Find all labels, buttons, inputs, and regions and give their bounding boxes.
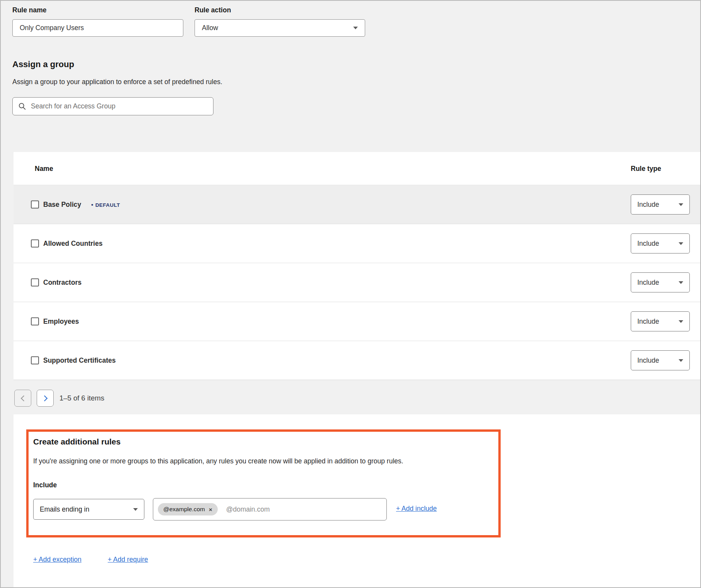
chevron-down-icon [679,281,683,284]
rule-type-value: Include [637,318,659,326]
email-domain-input[interactable] [226,498,382,520]
name-column-header: Name [35,164,53,172]
email-domain-tag: @example.com × [158,503,218,515]
rule-type-select[interactable]: Include [631,350,690,370]
assign-group-description: Assign a group to your application to en… [12,78,222,86]
row-checkbox[interactable] [31,201,39,209]
row-checkbox[interactable] [31,279,39,287]
tag-label: @example.com [163,506,205,513]
rule-type-select[interactable]: Include [631,311,690,331]
add-exception-link[interactable]: + Add exception [33,556,81,564]
search-icon [18,102,26,110]
access-group-search-wrap [12,97,213,115]
table-header-row: Name Rule type [14,152,700,185]
chevron-right-icon [41,395,47,401]
rule-type-value: Include [637,201,659,209]
rule-criteria-select[interactable]: Emails ending in [33,499,144,520]
rule-name-input[interactable] [13,20,183,36]
table-row: Employees Include [14,302,700,341]
assign-group-heading: Assign a group [12,59,74,69]
add-require-link[interactable]: + Add require [108,556,148,564]
rule-action-label: Rule action [195,6,231,14]
table-row: Base Policy•DEFAULT Include [14,185,700,224]
chevron-down-icon [679,203,683,206]
previous-page-button[interactable] [14,390,31,407]
rule-type-select[interactable]: Include [631,194,690,215]
access-groups-table: Name Rule type Base Policy•DEFAULT Inclu… [14,152,700,380]
remove-tag-icon[interactable]: × [209,507,212,512]
next-page-button[interactable] [37,390,54,407]
row-checkbox[interactable] [31,240,39,248]
group-name: Supported Certificates [43,357,116,365]
group-name: Allowed Countries [43,240,103,248]
include-label: Include [33,481,57,489]
chevron-down-icon [353,27,358,29]
table-row: Allowed Countries Include [14,224,700,263]
table-row: Supported Certificates Include [14,341,700,380]
rule-criteria-value: Emails ending in [40,505,89,514]
chevron-left-icon [20,395,27,401]
chevron-down-icon [679,242,683,245]
bullet-icon: • [91,201,93,208]
create-additional-rules-heading: Create additional rules [33,437,120,446]
email-domains-input-wrap: @example.com × [153,498,387,520]
group-name: Employees [43,318,79,326]
rule-type-select[interactable]: Include [631,272,690,292]
default-badge: •DEFAULT [91,202,120,208]
rule-action-value: Allow [202,24,218,32]
chevron-down-icon [133,508,138,511]
rule-type-value: Include [637,279,659,287]
highlight-box: Create additional rules If you're assign… [26,429,501,537]
group-name: Contractors [43,279,81,287]
rule-type-value: Include [637,240,659,248]
create-additional-rules-description: If you're assigning one or more groups t… [33,457,403,465]
rule-action-select[interactable]: Allow [195,19,365,37]
row-checkbox[interactable] [31,318,39,326]
rule-type-column-header: Rule type [631,164,661,172]
access-rule-page: Rule name Rule action Allow Assign a gro… [0,0,701,588]
chevron-down-icon [679,359,683,362]
additional-rules-card: Create additional rules If you're assign… [14,414,700,588]
add-include-link[interactable]: + Add include [396,505,437,513]
search-input[interactable] [31,98,208,115]
table-row: Contractors Include [14,263,700,302]
rule-name-label: Rule name [12,6,47,14]
group-name: Base Policy [43,201,81,208]
rule-type-select[interactable]: Include [631,233,690,253]
chevron-down-icon [679,320,683,323]
rule-name-field-wrap [12,19,183,37]
row-checkbox[interactable] [31,357,39,365]
pagination-count: 1–5 of 6 items [59,390,104,407]
rule-type-value: Include [637,357,659,365]
